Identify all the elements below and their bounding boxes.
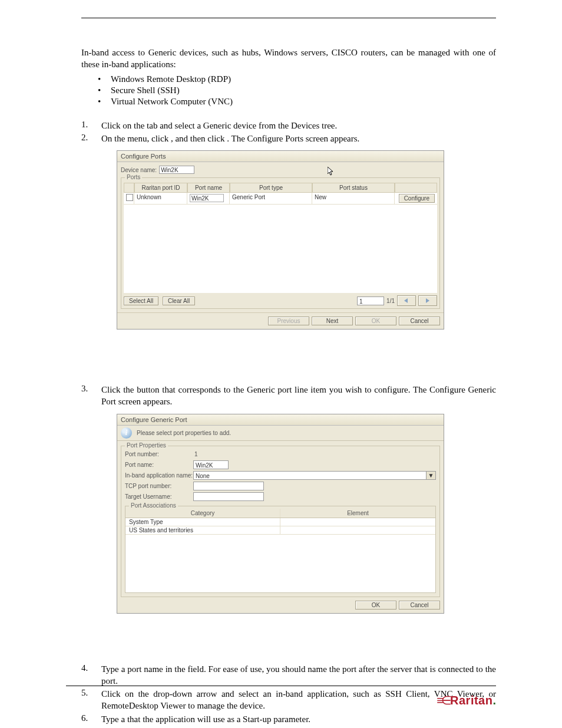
cell-port-type: Generic Port	[230, 193, 312, 204]
intro-paragraph: In-band access to Generic devices, such …	[81, 47, 496, 71]
previous-button[interactable]: Previous	[268, 317, 309, 325]
list-item: Secure Shell (SSH)	[111, 85, 180, 95]
page-next-button[interactable]	[418, 295, 437, 306]
brand-text: Raritan	[450, 694, 492, 707]
table-row[interactable]: US States and territories	[125, 526, 435, 535]
port-number-label: Port number:	[125, 451, 193, 457]
info-message: Please select port properties to add.	[137, 430, 231, 436]
bullet-icon: •	[98, 97, 111, 107]
arrow-left-icon	[404, 298, 409, 303]
configure-button[interactable]: Configure	[399, 194, 435, 203]
tcp-port-label: TCP port number:	[125, 483, 193, 489]
step-text: On the menu, click , and then click . Th…	[101, 133, 496, 144]
table-row[interactable]: Unknown Win2K Generic Port New Configure	[124, 193, 437, 205]
svg-marker-0	[404, 298, 408, 303]
target-username-field[interactable]	[193, 492, 264, 501]
cell-element	[280, 518, 435, 526]
table-row[interactable]: System Type	[125, 518, 435, 526]
window-title: Configure Generic Port	[117, 414, 444, 426]
page-count-label: 1/1	[386, 298, 395, 304]
svg-marker-1	[426, 298, 429, 303]
cell-port-id: Unknown	[134, 193, 187, 204]
step-number: 1.	[81, 120, 101, 130]
associations-header: Category Element	[125, 509, 435, 518]
step-text: Click on the tab and select a Generic de…	[101, 120, 496, 131]
list-item: Windows Remote Desktop (RDP)	[111, 74, 231, 84]
ok-button[interactable]: OK	[355, 317, 396, 325]
step-number: 2.	[81, 133, 101, 143]
steps-block-c: 4.Type a port name in the field. For eas…	[81, 663, 496, 725]
steps-block-a: 1.Click on the tab and select a Generic …	[81, 120, 496, 145]
port-name-field[interactable]: Win2K	[193, 460, 229, 469]
clear-all-button[interactable]: Clear All	[163, 297, 195, 305]
associations-empty	[125, 535, 435, 592]
device-name-label: Device name:	[121, 167, 157, 173]
port-name-label: Port name:	[125, 462, 193, 468]
brand-dot-icon: .	[492, 694, 496, 707]
configure-ports-window: Configure Ports Device name: Win2K Ports…	[117, 150, 444, 330]
top-rule	[81, 18, 496, 18]
port-properties-legend: Port Properties	[125, 442, 168, 449]
cell-port-status: New	[312, 193, 395, 204]
configure-generic-port-window: Configure Generic Port i Please select p…	[117, 414, 444, 614]
ok-button[interactable]: OK	[355, 601, 396, 610]
cancel-button[interactable]: Cancel	[399, 601, 440, 610]
col-category: Category	[125, 509, 280, 518]
figure-caption-1	[81, 335, 496, 366]
steps-block-b: 3.Click the button that corresponds to t…	[81, 384, 496, 408]
col-port-type: Port type	[230, 183, 312, 192]
col-raritan-port-id: Raritan port ID	[134, 183, 187, 192]
step-number: 4.	[81, 663, 101, 673]
next-button[interactable]: Next	[312, 317, 353, 325]
arrow-right-icon	[425, 298, 431, 303]
list-item: Virtual Network Computer (VNC)	[111, 97, 233, 107]
col-element: Element	[280, 509, 435, 518]
step-number: 6.	[81, 713, 101, 723]
step-text: Type a that the application will use as …	[101, 713, 496, 725]
ports-table-empty	[124, 205, 437, 293]
app-list: •Windows Remote Desktop (RDP) •Secure Sh…	[98, 74, 496, 107]
select-all-button[interactable]: Select All	[124, 297, 158, 305]
chevron-down-icon[interactable]: ▼	[426, 472, 435, 479]
cell-port-name-input[interactable]: Win2K	[190, 194, 224, 202]
info-icon: i	[121, 427, 132, 439]
step-text: Type a port name in the field. For ease …	[101, 663, 496, 687]
cell-category: System Type	[125, 518, 280, 526]
figure-caption-2	[81, 620, 496, 645]
bullet-icon: •	[98, 85, 111, 95]
inband-app-value: None	[194, 472, 426, 479]
device-name-field[interactable]: Win2K	[159, 166, 194, 174]
step-number: 5.	[81, 688, 101, 698]
target-username-label: Target Username:	[125, 493, 193, 500]
page-prev-button[interactable]	[397, 295, 416, 306]
port-number-value: 1	[193, 450, 436, 459]
cell-category: US States and territories	[125, 526, 280, 534]
step-number: 3.	[81, 384, 101, 394]
inband-app-label: In-band application name:	[125, 472, 193, 479]
cancel-button[interactable]: Cancel	[399, 317, 440, 325]
row-checkbox[interactable]	[126, 194, 133, 201]
col-port-status: Port status	[312, 183, 395, 192]
page-number-field[interactable]: 1	[357, 297, 384, 305]
step-text: Click the button that corresponds to the…	[101, 384, 496, 408]
cell-element	[280, 526, 435, 534]
tcp-port-field[interactable]	[193, 482, 264, 490]
brand-mark-icon: ≡∈	[437, 693, 449, 707]
window-title: Configure Ports	[117, 151, 444, 162]
inband-app-combo[interactable]: None ▼	[193, 471, 436, 480]
ports-legend: Ports	[125, 174, 142, 180]
col-port-name: Port name	[187, 183, 230, 192]
port-associations-legend: Port Associations	[129, 502, 178, 509]
bullet-icon: •	[98, 74, 111, 84]
ports-table-header: Raritan port ID Port name Port type Port…	[124, 183, 437, 193]
bottom-rule	[66, 686, 496, 686]
brand-logo: ≡∈ Raritan.	[437, 693, 496, 707]
